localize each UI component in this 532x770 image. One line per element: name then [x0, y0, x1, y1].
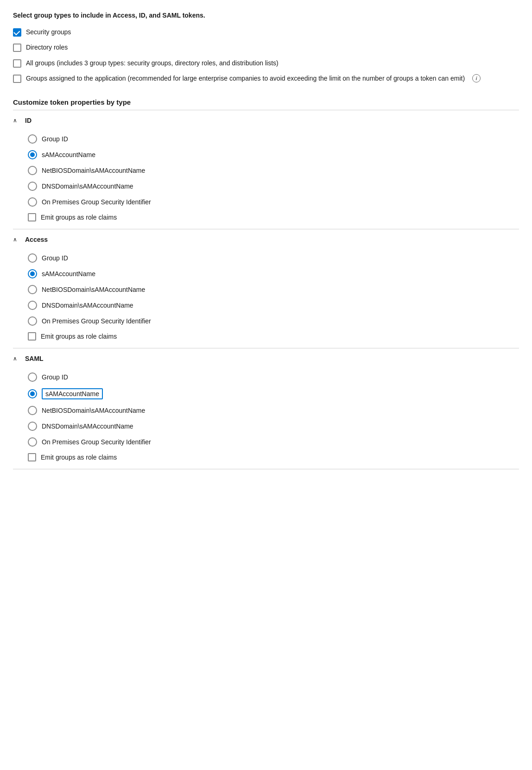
label-saml-group-id: Group ID [42, 373, 68, 381]
radio-id-dns[interactable] [28, 182, 37, 191]
label-saml-sam: sAMAccountName [42, 388, 103, 399]
label-id-netbios: NetBIOSDomain\sAMAccountName [42, 167, 145, 174]
label-access-netbios: NetBIOSDomain\sAMAccountName [42, 286, 145, 293]
access-radio-sam[interactable]: sAMAccountName [28, 269, 519, 278]
label-access-emit: Emit groups as role claims [41, 333, 117, 340]
group-types-list: Security groups Directory roles All grou… [13, 28, 519, 83]
accordion-body-id: Group ID sAMAccountName NetBIOSDomain\sA… [13, 131, 519, 229]
label-id-dns: DNSDomain\sAMAccountName [42, 183, 133, 190]
chevron-id-icon: ∧ [13, 117, 20, 124]
saml-checkbox-emit[interactable]: Emit groups as role claims [28, 453, 519, 461]
accordion-header-saml[interactable]: ∧ SAML [13, 348, 519, 369]
radio-access-netbios[interactable] [28, 285, 37, 294]
customize-title: Customize token properties by type [13, 98, 519, 106]
id-radio-netbios[interactable]: NetBIOSDomain\sAMAccountName [28, 166, 519, 175]
id-radio-group-id[interactable]: Group ID [28, 134, 519, 144]
saml-radio-dns[interactable]: DNSDomain\sAMAccountName [28, 422, 519, 431]
radio-access-group-id[interactable] [28, 253, 37, 263]
radio-saml-on-prem[interactable] [28, 437, 37, 447]
saml-radio-group-id[interactable]: Group ID [28, 372, 519, 382]
checkbox-directory-roles[interactable] [13, 44, 21, 52]
accordion-access: ∧ Access Group ID sAMAccountName NetBIOS… [13, 229, 519, 348]
radio-saml-dns[interactable] [28, 422, 37, 431]
checkbox-security-groups[interactable] [13, 28, 21, 37]
label-id-group-id: Group ID [42, 135, 68, 143]
checkbox-item-all-groups[interactable]: All groups (includes 3 group types: secu… [13, 59, 519, 68]
label-saml-netbios: NetBIOSDomain\sAMAccountName [42, 407, 145, 414]
accordion-body-access: Group ID sAMAccountName NetBIOSDomain\sA… [13, 250, 519, 348]
radio-access-sam[interactable] [28, 269, 37, 278]
checkbox-assigned-groups[interactable] [13, 75, 21, 83]
radio-id-group-id[interactable] [28, 134, 37, 144]
radio-id-netbios[interactable] [28, 166, 37, 175]
saml-radio-netbios[interactable]: NetBIOSDomain\sAMAccountName [28, 406, 519, 415]
checkbox-label-directory-roles: Directory roles [26, 43, 68, 52]
radio-id-sam[interactable] [28, 150, 37, 159]
access-radio-group-id[interactable]: Group ID [28, 253, 519, 263]
checkbox-item-security-groups[interactable]: Security groups [13, 28, 519, 37]
label-id-sam: sAMAccountName [42, 151, 95, 158]
id-radio-sam[interactable]: sAMAccountName [28, 150, 519, 159]
checkbox-label-security-groups: Security groups [26, 28, 71, 37]
id-radio-on-prem[interactable]: On Premises Group Security Identifier [28, 197, 519, 207]
label-access-sam: sAMAccountName [42, 270, 95, 278]
checkbox-all-groups[interactable] [13, 59, 21, 68]
checkbox-id-emit[interactable] [28, 213, 36, 221]
radio-access-on-prem[interactable] [28, 316, 37, 326]
label-saml-emit: Emit groups as role claims [41, 454, 117, 461]
radio-id-on-prem[interactable] [28, 197, 37, 207]
accordion-id: ∧ ID Group ID sAMAccountName NetBIOSDoma… [13, 110, 519, 229]
chevron-saml-icon: ∧ [13, 355, 20, 362]
accordion-title-id: ID [25, 117, 32, 124]
checkbox-item-directory-roles[interactable]: Directory roles [13, 43, 519, 52]
checkbox-item-assigned-groups[interactable]: Groups assigned to the application (reco… [13, 74, 519, 83]
section-header: Select group types to include in Access,… [13, 11, 519, 20]
radio-saml-netbios[interactable] [28, 406, 37, 415]
accordion-container: ∧ ID Group ID sAMAccountName NetBIOSDoma… [13, 110, 519, 469]
accordion-header-access[interactable]: ∧ Access [13, 229, 519, 250]
info-icon-assigned-groups[interactable]: i [472, 74, 481, 82]
divider-saml [13, 469, 519, 469]
access-radio-netbios[interactable]: NetBIOSDomain\sAMAccountName [28, 285, 519, 294]
access-radio-group: Group ID sAMAccountName NetBIOSDomain\sA… [28, 253, 519, 341]
label-saml-dns: DNSDomain\sAMAccountName [42, 423, 133, 430]
accordion-body-saml: Group ID sAMAccountName NetBIOSDomain\sA… [13, 369, 519, 469]
accordion-title-saml: SAML [25, 355, 44, 362]
checkbox-access-emit[interactable] [28, 332, 36, 341]
saml-radio-sam[interactable]: sAMAccountName [28, 388, 519, 399]
customize-section: Customize token properties by type [13, 98, 519, 110]
label-id-emit: Emit groups as role claims [41, 214, 117, 221]
saml-radio-group: Group ID sAMAccountName NetBIOSDomain\sA… [28, 372, 519, 461]
access-checkbox-emit[interactable]: Emit groups as role claims [28, 332, 519, 341]
radio-saml-sam[interactable] [28, 389, 37, 398]
label-access-on-prem: On Premises Group Security Identifier [42, 317, 151, 325]
access-radio-on-prem[interactable]: On Premises Group Security Identifier [28, 316, 519, 326]
accordion-title-access: Access [25, 236, 48, 243]
header-title: Select group types to include in Access,… [13, 11, 519, 20]
accordion-header-id[interactable]: ∧ ID [13, 110, 519, 131]
id-radio-dns[interactable]: DNSDomain\sAMAccountName [28, 182, 519, 191]
accordion-saml: ∧ SAML Group ID sAMAccountName NetBIOSDo… [13, 348, 519, 469]
radio-saml-group-id[interactable] [28, 372, 37, 382]
id-checkbox-emit[interactable]: Emit groups as role claims [28, 213, 519, 221]
label-saml-on-prem: On Premises Group Security Identifier [42, 438, 151, 446]
label-access-group-id: Group ID [42, 254, 68, 262]
label-access-dns: DNSDomain\sAMAccountName [42, 302, 133, 309]
label-id-on-prem: On Premises Group Security Identifier [42, 198, 151, 206]
chevron-access-icon: ∧ [13, 236, 20, 243]
checkbox-label-assigned-groups: Groups assigned to the application (reco… [26, 74, 465, 83]
saml-radio-on-prem[interactable]: On Premises Group Security Identifier [28, 437, 519, 447]
access-radio-dns[interactable]: DNSDomain\sAMAccountName [28, 301, 519, 310]
checkbox-saml-emit[interactable] [28, 453, 36, 461]
id-radio-group: Group ID sAMAccountName NetBIOSDomain\sA… [28, 134, 519, 221]
radio-access-dns[interactable] [28, 301, 37, 310]
checkbox-label-all-groups: All groups (includes 3 group types: secu… [26, 59, 279, 68]
